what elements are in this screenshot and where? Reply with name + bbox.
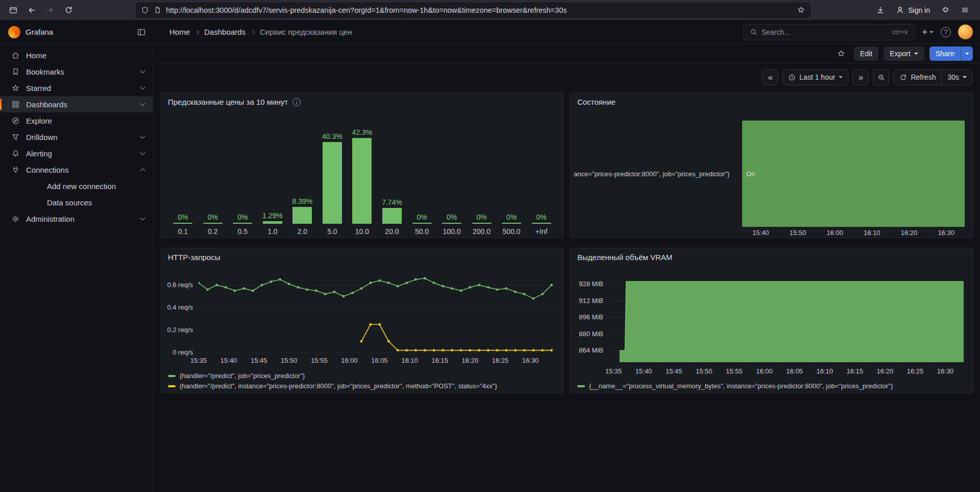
histogram-chart[interactable]: 0%0.10%0.20%0.51.29%1.08.39%2.040.3%5.04… [168,128,556,237]
legend-item[interactable]: {handler="/predict", instance="prices-pr… [168,382,497,390]
firefox-view-icon[interactable] [5,3,21,18]
refresh-group: Refresh 30s [893,69,973,85]
download-icon[interactable] [872,3,889,18]
forward-button[interactable] [42,3,58,18]
histogram-column[interactable]: 8.39%2.0 [287,197,317,237]
chevron-down-icon[interactable] [140,133,145,138]
histogram-column[interactable]: 0%0.5 [228,213,258,237]
x-tick-label: 16:15 [432,357,449,364]
time-controls: « Last 1 hour » Refresh 30s [153,69,973,85]
shield-icon[interactable] [141,6,149,14]
panel-title[interactable]: Выделенный объём VRAM [577,253,672,262]
bar-value-label: 1.29% [262,212,283,220]
panel-title[interactable]: Предсказанные цены за 10 минут i [168,98,301,106]
sidebar-item-data-sources[interactable]: Data sources [0,194,153,210]
x-tick-label: 16:10 [401,357,418,364]
sidebar-item-administration[interactable]: Administration [0,210,153,227]
legend-item[interactable]: {__name__="process_virtual_memory_bytes"… [577,382,893,390]
chevron-down-icon[interactable] [140,84,145,89]
sidebar-item-drilldown[interactable]: Drilldown [0,129,153,145]
time-range-picker[interactable]: Last 1 hour [782,69,848,85]
chevron-down-icon [963,76,967,78]
megamenu-dock-icon[interactable] [137,28,146,37]
sidebar-item-label: Connections [26,166,68,174]
sign-in-button[interactable]: Sign in [892,3,934,18]
extension-icon[interactable] [937,3,953,18]
favorite-star-icon[interactable] [837,49,846,58]
histogram-column[interactable]: 0%50.0 [407,213,437,237]
info-icon[interactable]: i [292,98,301,106]
chevron-down-icon[interactable] [140,68,145,73]
sidebar-item-alerting[interactable]: Alerting [0,145,153,161]
histogram-column[interactable]: 1.29%1.0 [258,212,288,237]
bookmark-star-icon[interactable] [797,6,805,14]
reload-button[interactable] [60,3,77,18]
back-button[interactable] [23,3,40,18]
account-icon [896,6,904,14]
panel-title[interactable]: Состояние [577,98,616,106]
menu-icon[interactable] [957,3,973,18]
sidebar-item-dashboards[interactable]: Dashboards [0,96,153,112]
state-timeline-plot[interactable]: On [742,121,965,227]
vram-plot-wrap[interactable] [609,276,964,362]
breadcrumb-home[interactable]: Home [169,28,190,36]
url-text[interactable]: http://localhost:3000/d/adcdfv7/servis-p… [166,6,792,14]
bar-value-label: 0% [506,213,517,221]
time-shift-forward-button[interactable]: » [852,69,869,85]
chevron-down-icon[interactable] [140,150,145,155]
avatar[interactable] [958,25,973,39]
refresh-interval-button[interactable]: 30s [942,69,972,85]
bar-category-label: 1.0 [267,227,277,237]
sidebar-item-connections[interactable]: Connections [0,161,153,178]
sidebar-item-starred[interactable]: Starred [0,80,153,96]
histogram-column[interactable]: 7.74%20.0 [377,198,407,237]
sidebar-item-explore[interactable]: Explore [0,112,153,129]
search-icon [750,28,757,36]
vram-plot[interactable] [609,276,964,362]
plug-icon [11,166,20,174]
chevron-up-icon[interactable] [140,168,145,173]
url-bar[interactable]: http://localhost:3000/d/adcdfv7/servis-p… [136,3,811,18]
chevron-down-icon [839,76,843,78]
sidebar-item-bookmarks[interactable]: Bookmarks [0,63,153,80]
histogram-column[interactable]: 0%+Inf [526,213,556,237]
histogram-column[interactable]: 0%0.1 [168,213,198,237]
histogram-column[interactable]: 0%200.0 [467,213,497,237]
chevron-down-icon[interactable] [140,215,145,220]
histogram-column[interactable]: 40.3%5.0 [317,132,348,237]
y-tick-label: 912 MiB [571,297,603,304]
export-button[interactable]: Export [884,46,924,61]
sidebar-item-add-new-connection[interactable]: Add new connection [0,178,153,194]
histogram-column[interactable]: 0%100.0 [437,213,467,237]
bar-value-label: 40.3% [322,132,342,140]
home-icon [11,51,20,60]
state-on-segment[interactable]: On [742,121,965,227]
refresh-icon [899,74,907,81]
share-button[interactable]: Share [929,46,961,61]
http-plot[interactable] [199,274,557,357]
zoom-out-button[interactable] [873,69,889,85]
histogram-column[interactable]: 0%0.2 [198,213,228,237]
refresh-interval-label: 30s [947,73,959,81]
bar-category-label: 20.0 [385,227,399,237]
search-input[interactable] [762,28,888,36]
histogram-column[interactable]: 0%500.0 [497,213,527,237]
refresh-button[interactable]: Refresh [894,69,941,85]
sidebar-item-label: Dashboards [26,100,67,109]
new-button[interactable]: + [922,27,934,38]
http-plot-wrap[interactable] [199,274,557,357]
time-shift-back-button[interactable]: « [762,69,778,85]
edit-button[interactable]: Edit [854,46,878,61]
legend-item[interactable]: {handler="/predict", job="prices_predict… [168,372,497,380]
page-icon[interactable] [154,6,161,14]
help-icon[interactable]: ? [941,27,951,37]
grafana-logo[interactable] [8,26,20,38]
sidebar-item-home[interactable]: Home [0,47,153,63]
chevron-down-icon [929,31,934,33]
chevron-down-icon[interactable] [140,101,145,106]
breadcrumb-dashboards[interactable]: Dashboards [204,28,246,36]
panel-title[interactable]: HTTP-запросы [168,253,220,262]
share-menu-button[interactable] [961,46,973,61]
histogram-column[interactable]: 42.3%10.0 [347,128,377,237]
search-box[interactable]: ctrl+k [743,24,915,40]
